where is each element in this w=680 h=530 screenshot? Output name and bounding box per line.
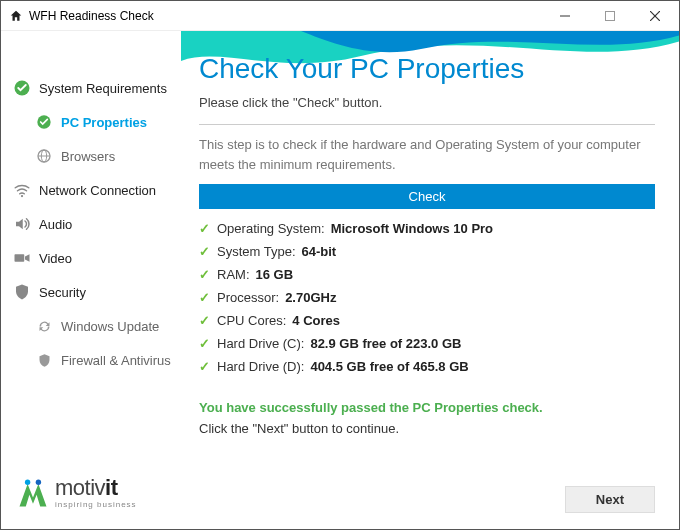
sidebar-label: PC Properties [61,115,147,130]
check-button[interactable]: Check [199,184,655,209]
result-label: Operating System: [217,221,325,236]
result-label: RAM: [217,267,250,282]
svg-point-11 [25,480,30,485]
firewall-icon [35,351,53,369]
result-value: 82.9 GB free of 223.0 GB [310,336,461,351]
check-icon: ✓ [199,313,217,328]
result-row: ✓ RAM: 16 GB [199,267,655,282]
sidebar-label: Video [39,251,72,266]
next-hint: Click the "Next" button to continue. [199,421,655,436]
divider [199,124,655,125]
sidebar-item-pc-properties[interactable]: PC Properties [1,105,181,139]
sidebar-label: Browsers [61,149,115,164]
check-circle-icon [13,79,31,97]
result-value: 404.5 GB free of 465.8 GB [310,359,468,374]
sidebar-item-windows-update[interactable]: Windows Update [1,309,181,343]
check-icon: ✓ [199,244,217,259]
result-value: Microsoft Windows 10 Pro [331,221,493,236]
sidebar-item-browsers[interactable]: Browsers [1,139,181,173]
sidebar-label: Windows Update [61,319,159,334]
window-title: WFH Readiness Check [29,9,542,23]
result-row: ✓ Hard Drive (D): 404.5 GB free of 465.8… [199,359,655,374]
result-label: Hard Drive (D): [217,359,304,374]
svg-rect-10 [15,254,25,262]
success-message: You have successfully passed the PC Prop… [199,400,655,415]
result-value: 16 GB [256,267,294,282]
svg-rect-1 [605,11,614,20]
sidebar-label: System Requirements [39,81,167,96]
result-label: Processor: [217,290,279,305]
logo-tagline: inspiring business [55,501,137,509]
result-row: ✓ CPU Cores: 4 Cores [199,313,655,328]
page-title: Check Your PC Properties [199,53,655,85]
titlebar: WFH Readiness Check [1,1,679,31]
check-icon: ✓ [199,336,217,351]
result-row: ✓ Processor: 2.70GHz [199,290,655,305]
check-circle-icon [35,113,53,131]
refresh-icon [35,317,53,335]
body: System Requirements PC Properties Browse… [1,31,679,529]
maximize-button[interactable] [587,1,632,30]
result-row: ✓ System Type: 64-bit [199,244,655,259]
sidebar-label: Security [39,285,86,300]
sidebar-label: Firewall & Antivirus [61,353,171,368]
sidebar-item-video[interactable]: Video [1,241,181,275]
check-icon: ✓ [199,359,217,374]
logo-mark-icon [15,475,51,511]
svg-point-9 [21,195,23,197]
result-value: 2.70GHz [285,290,336,305]
home-icon [9,9,23,23]
logo: motivit inspiring business [1,465,181,529]
video-icon [13,249,31,267]
result-value: 64-bit [302,244,337,259]
page-description: This step is to check if the hardware an… [199,135,655,174]
next-button[interactable]: Next [565,486,655,513]
check-icon: ✓ [199,267,217,282]
result-row: ✓ Hard Drive (C): 82.9 GB free of 223.0 … [199,336,655,351]
sidebar-item-firewall[interactable]: Firewall & Antivirus [1,343,181,377]
app-window: WFH Readiness Check System Requirements … [0,0,680,530]
minimize-button[interactable] [542,1,587,30]
result-label: Hard Drive (C): [217,336,304,351]
close-button[interactable] [632,1,677,30]
sidebar-item-network[interactable]: Network Connection [1,173,181,207]
svg-point-12 [36,480,41,485]
sidebar-label: Audio [39,217,72,232]
shield-icon [13,283,31,301]
check-icon: ✓ [199,290,217,305]
result-row: ✓ Operating System: Microsoft Windows 10… [199,221,655,236]
sidebar-item-system-requirements[interactable]: System Requirements [1,71,181,105]
results-list: ✓ Operating System: Microsoft Windows 10… [199,221,655,374]
result-value: 4 Cores [292,313,340,328]
sidebar-label: Network Connection [39,183,156,198]
sidebar: System Requirements PC Properties Browse… [1,31,181,529]
result-label: CPU Cores: [217,313,286,328]
globe-icon [35,147,53,165]
main-panel: Check Your PC Properties Please click th… [181,31,679,529]
logo-brand: motivit [55,477,137,499]
sidebar-item-security[interactable]: Security [1,275,181,309]
page-subtitle: Please click the "Check" button. [199,95,655,110]
wifi-icon [13,181,31,199]
sidebar-item-audio[interactable]: Audio [1,207,181,241]
audio-icon [13,215,31,233]
check-icon: ✓ [199,221,217,236]
result-label: System Type: [217,244,296,259]
